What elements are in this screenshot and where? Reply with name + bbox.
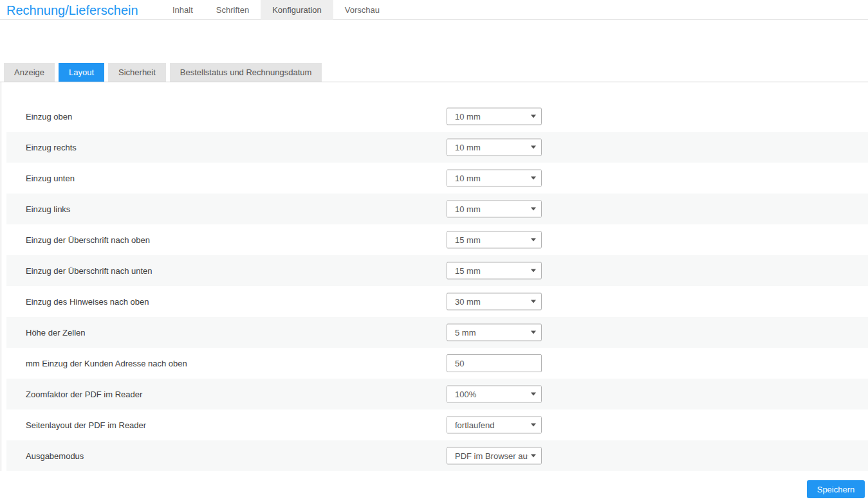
chevron-down-icon: [531, 239, 536, 242]
row-control: 10 mm: [447, 108, 542, 125]
row-label: Einzug unten: [26, 174, 75, 183]
row-control: 10 mm: [447, 139, 542, 156]
row-control: fortlaufend: [447, 417, 542, 434]
chevron-down-icon: [531, 115, 536, 118]
table-row: Einzug der Überschrift nach unten15 mm: [6, 255, 868, 286]
subtab-anzeige[interactable]: Anzeige: [4, 63, 55, 82]
table-row: Einzug links10 mm: [6, 194, 868, 224]
row-label: Einzug der Überschrift nach unten: [26, 266, 152, 276]
table-row: mm Einzug der Kunden Adresse nach oben: [6, 348, 868, 379]
chevron-down-icon: [531, 177, 536, 180]
row-control: PDF im Browser ausgeb: [447, 447, 542, 465]
row-label: Einzug links: [26, 204, 70, 214]
row-label: Einzug der Überschrift nach oben: [26, 235, 150, 245]
top-tab-bar: InhaltSchriftenKonfigurationVorschau: [161, 0, 391, 20]
row-control: 10 mm: [447, 201, 542, 218]
sub-tab-divider: [0, 82, 868, 82]
table-row: Einzug unten10 mm: [6, 163, 868, 194]
row-label: Einzug oben: [26, 112, 72, 122]
settings-table: Einzug oben10 mmEinzug rechts10 mmEinzug…: [6, 101, 868, 471]
row-label: Seitenlayout der PDF im Reader: [26, 420, 146, 430]
dropdown-zoomfaktor-der-pdf-im-reader[interactable]: 100%: [447, 386, 542, 403]
settings-table-border: [1, 82, 1, 471]
row-control: 15 mm: [447, 262, 542, 280]
chevron-down-icon: [531, 300, 536, 303]
chevron-down-icon: [531, 455, 536, 458]
table-row: AusgabemodusPDF im Browser ausgeb: [6, 440, 868, 471]
row-label: Höhe der Zellen: [26, 328, 86, 338]
dropdown-value: 100%: [455, 390, 528, 399]
dropdown-einzug-des-hinweises-nach-oben[interactable]: 30 mm: [447, 293, 542, 310]
row-label: mm Einzug der Kunden Adresse nach oben: [26, 359, 187, 368]
table-row: Einzug oben10 mm: [6, 101, 868, 132]
table-row: Seitenlayout der PDF im Readerfortlaufen…: [6, 410, 868, 440]
dropdown-value: 10 mm: [455, 143, 528, 152]
dropdown-value: 15 mm: [455, 266, 528, 276]
tab-inhalt[interactable]: Inhalt: [161, 0, 205, 20]
row-label: Einzug des Hinweises nach oben: [26, 297, 149, 307]
dropdown-value: 10 mm: [455, 204, 528, 214]
dropdown-value: PDF im Browser ausgeb: [455, 451, 528, 461]
dropdown-einzug-rechts[interactable]: 10 mm: [447, 139, 542, 156]
save-button[interactable]: Speichern: [807, 480, 865, 498]
subtab-sicherheit[interactable]: Sicherheit: [108, 63, 166, 82]
row-control: 5 mm: [447, 324, 542, 341]
chevron-down-icon: [531, 424, 536, 427]
tab-schriften[interactable]: Schriften: [205, 0, 261, 20]
chevron-down-icon: [531, 146, 536, 149]
page-header: Rechnung/Lieferschein InhaltSchriftenKon…: [0, 0, 868, 20]
table-row: Höhe der Zellen5 mm: [6, 317, 868, 348]
table-row: Einzug rechts10 mm: [6, 132, 868, 163]
table-row: Einzug des Hinweises nach oben30 mm: [6, 286, 868, 317]
dropdown-value: fortlaufend: [455, 420, 528, 430]
page-title: Rechnung/Lieferschein: [6, 1, 138, 20]
dropdown-value: 30 mm: [455, 297, 528, 307]
chevron-down-icon: [531, 269, 536, 273]
tab-vorschau[interactable]: Vorschau: [333, 0, 391, 20]
dropdown-ausgabemodus[interactable]: PDF im Browser ausgeb: [447, 447, 542, 465]
dropdown-value: 15 mm: [455, 235, 528, 245]
dropdown-einzug-der-berschrift-nach-oben[interactable]: 15 mm: [447, 231, 542, 249]
row-label: Einzug rechts: [26, 143, 77, 152]
dropdown-einzug-unten[interactable]: 10 mm: [447, 170, 542, 187]
tab-konfiguration[interactable]: Konfiguration: [261, 0, 333, 20]
dropdown-value: 5 mm: [455, 328, 528, 338]
sub-tab-bar: AnzeigeLayoutSicherheitBestellstatus und…: [4, 63, 322, 82]
row-label: Ausgabemodus: [26, 451, 84, 461]
dropdown-seitenlayout-der-pdf-im-reader[interactable]: fortlaufend: [447, 417, 542, 434]
dropdown-einzug-links[interactable]: 10 mm: [447, 201, 542, 218]
subtab-bestellstatus-und-rechnungsdatum[interactable]: Bestellstatus und Rechnungsdatum: [170, 63, 322, 82]
row-label: Zoomfaktor der PDF im Reader: [26, 390, 142, 399]
table-row: Zoomfaktor der PDF im Reader100%: [6, 379, 868, 410]
dropdown-einzug-oben[interactable]: 10 mm: [447, 108, 542, 125]
text-input-mm-einzug-der-kunden-adresse-nach-oben[interactable]: [447, 354, 542, 372]
table-row: Einzug der Überschrift nach oben15 mm: [6, 224, 868, 255]
row-control: 10 mm: [447, 170, 542, 187]
row-control: [447, 354, 542, 372]
chevron-down-icon: [531, 208, 536, 211]
subtab-layout[interactable]: Layout: [59, 63, 104, 82]
dropdown-value: 10 mm: [455, 174, 528, 183]
row-control: 100%: [447, 386, 542, 403]
row-control: 15 mm: [447, 231, 542, 249]
dropdown-h-he-der-zellen[interactable]: 5 mm: [447, 324, 542, 341]
dropdown-value: 10 mm: [455, 112, 528, 122]
dropdown-einzug-der-berschrift-nach-unten[interactable]: 15 mm: [447, 262, 542, 280]
row-control: 30 mm: [447, 293, 542, 310]
chevron-down-icon: [531, 393, 536, 396]
chevron-down-icon: [531, 331, 536, 334]
